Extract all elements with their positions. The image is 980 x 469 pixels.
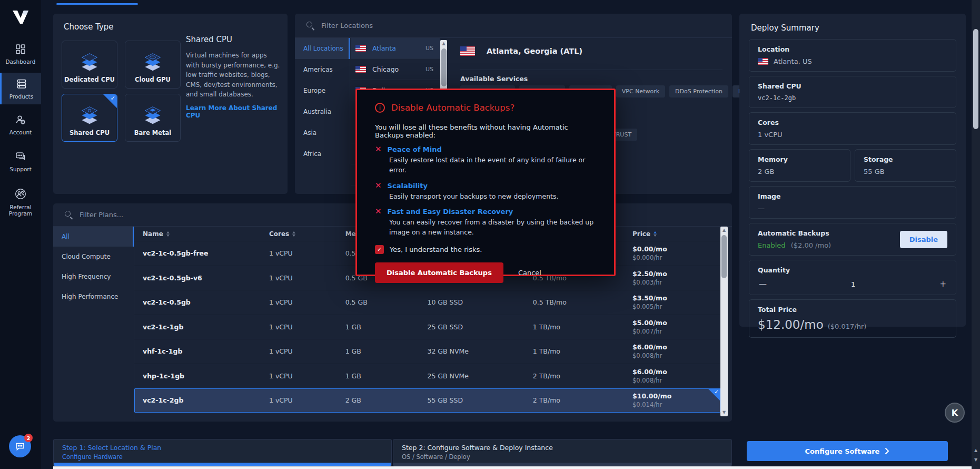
window-scrollbar[interactable]: ▲ ▼ [972, 0, 980, 469]
sidebar-item-dashboard[interactable]: Dashboard [0, 38, 41, 69]
confirm-disable-backups-button[interactable]: Disable Automatic Backups [375, 262, 503, 283]
plan-memory: 1 GB [345, 323, 428, 331]
configure-software-label: Configure Software [805, 447, 880, 455]
scroll-up-arrow-icon[interactable]: ▲ [440, 40, 447, 47]
deploy-summary-title: Deploy Summary [751, 23, 966, 33]
footer-step2[interactable]: Step 2: Configure Software & Deploy Inst… [393, 439, 732, 466]
quantity-increment-button[interactable]: + [939, 279, 946, 289]
region-tab-australia[interactable]: Australia [295, 101, 350, 122]
sidebar-item-account[interactable]: Account [0, 109, 41, 138]
country-code: US [425, 45, 433, 52]
dedicated-cpu-icon [78, 52, 101, 73]
column-header-price[interactable]: Price [632, 230, 720, 238]
configure-software-button[interactable]: Configure Software [747, 441, 948, 461]
plan-cores: 1 vCPU [269, 396, 345, 404]
bare-metal-icon [141, 105, 164, 126]
location-detail-title: Atlanta, Georgia (ATL) [487, 47, 582, 55]
summary-cores-card: Cores 1 vCPU [749, 112, 956, 145]
checkbox-checked-icon[interactable]: ✓ [375, 245, 384, 254]
sidebar-item-products[interactable]: Products [0, 73, 41, 104]
us-flag-icon [460, 46, 475, 56]
risk-acknowledge-checkbox-row[interactable]: ✓ Yes, I understand the risks. [375, 245, 596, 254]
region-tab-all-locations[interactable]: All Locations [295, 38, 350, 59]
info-icon: i [375, 103, 385, 113]
type-card-shared-cpu[interactable]: ✓ Shared CPU [62, 94, 117, 142]
plan-row-selected[interactable]: vc2-1c-2gb 1 vCPU 2 GB 55 GB SSD 2 TB/mo… [134, 388, 720, 413]
scrollbar-thumb[interactable] [973, 29, 978, 129]
search-icon [65, 211, 73, 219]
sidebar-item-referral-program[interactable]: Referral Program [0, 182, 41, 220]
quantity-decrement-button[interactable]: — [759, 279, 767, 289]
region-tab-africa[interactable]: Africa [295, 143, 350, 164]
sidebar-item-support[interactable]: Support [0, 145, 41, 175]
learn-more-link[interactable]: Learn More About Shared CPU [186, 104, 282, 119]
scroll-down-arrow-icon[interactable]: ▼ [972, 457, 980, 462]
summary-label: Shared CPU [758, 82, 947, 90]
plan-name: vhf-1c-1gb [134, 347, 269, 355]
type-card-label: Dedicated CPU [64, 76, 115, 83]
summary-quantity-card: Quantity — 1 + [749, 260, 956, 295]
total-price-value: $12.00/mo [758, 318, 824, 331]
plan-row[interactable]: vhf-1c-1gb 1 vCPU 1 GB 32 GB NVMe 1 TB/m… [134, 339, 720, 364]
help-widget-button[interactable]: K [945, 403, 965, 423]
scrollbar-thumb[interactable] [441, 48, 447, 86]
summary-plan-value: vc2-1c-2gb [758, 94, 947, 102]
selected-check-icon: ✓ [111, 95, 115, 102]
scroll-down-arrow-icon[interactable]: ▼ [720, 409, 728, 416]
column-header-cores[interactable]: Cores [269, 230, 345, 238]
plan-row[interactable]: vhp-1c-1gb 1 vCPU 1 GB 25 GB NVMe 2 TB/m… [134, 364, 720, 389]
plan-row[interactable]: vc2-1c-0.5gb 1 vCPU 0.5 GB 10 GB SSD 0.5… [134, 290, 720, 315]
plans-table-scrollbar[interactable]: ▲ ▼ [720, 227, 728, 416]
scroll-up-arrow-icon[interactable]: ▲ [720, 227, 728, 234]
benefit-description: Easily transport your backups to new dep… [389, 192, 596, 202]
step2-subtitle: OS / Software / Deploy [402, 453, 723, 461]
plan-category-high-frequency[interactable]: High Frequency [53, 267, 134, 287]
type-info-description: Virtual machines for apps with bursty pe… [186, 51, 282, 100]
benefit-description: Easily restore lost data in the event of… [389, 155, 596, 175]
location-detail-header: Atlanta, Georgia (ATL) [460, 46, 582, 56]
scroll-up-arrow-icon[interactable]: ▲ [972, 448, 980, 453]
sidebar-item-label: Account [9, 129, 32, 135]
location-filter-input[interactable] [321, 22, 479, 30]
footer-step1[interactable]: Step 1: Select Location & Plan Configure… [53, 439, 392, 466]
step2-title: Step 2: Configure Software & Deploy Inst… [402, 444, 723, 452]
plan-storage: 25 GB NVMe [427, 372, 532, 380]
x-icon: ✕ [375, 145, 382, 153]
backups-status: Enabled [758, 241, 786, 249]
city-row-chicago[interactable]: Chicago US [351, 59, 440, 80]
benefit-title: Peace of Mind [388, 145, 442, 153]
plan-name: vc2-1c-0.5gb-free [134, 249, 269, 257]
summary-label: Storage [864, 155, 947, 163]
plan-category-cloud-compute[interactable]: Cloud Compute [53, 247, 134, 267]
summary-cores-value: 1 vCPU [758, 131, 947, 139]
divider [460, 70, 722, 70]
plan-category-all[interactable]: All [53, 227, 134, 247]
sidebar: Dashboard Products Account Support Refer… [0, 0, 41, 469]
plan-category-high-performance[interactable]: High Performance [53, 287, 134, 307]
plan-bandwidth: 0.5 TB/mo [533, 298, 632, 306]
column-header-name[interactable]: Name [134, 230, 269, 238]
sidebar-item-label: Dashboard [6, 58, 36, 65]
plan-row[interactable]: vc2-1c-1gb 1 vCPU 1 GB 25 GB SSD 1 TB/mo… [134, 315, 720, 340]
type-card-cloud-gpu[interactable]: Cloud GPU [125, 41, 181, 89]
city-row-atlanta[interactable]: Atlanta US [351, 38, 440, 59]
summary-label: Location [758, 45, 947, 53]
type-card-bare-metal[interactable]: Bare Metal [125, 94, 181, 142]
plan-bandwidth: 1 TB/mo [533, 323, 632, 331]
location-search-row [295, 14, 732, 38]
cancel-button[interactable]: Cancel [518, 269, 541, 277]
summary-storage-value: 55 GB [864, 168, 947, 175]
plan-price: $3.50/mo$0.005/hr [632, 294, 720, 310]
type-card-dedicated-cpu[interactable]: Dedicated CPU [62, 41, 117, 89]
disable-backups-button[interactable]: Disable [900, 231, 947, 248]
region-tab-americas[interactable]: Americas [295, 59, 350, 80]
region-tab-asia[interactable]: Asia [295, 122, 350, 143]
scrollbar-thumb[interactable] [721, 235, 727, 278]
chat-fab-button[interactable]: 2 [9, 435, 31, 457]
summary-backups-card: Automatic Backups Enabled ($2.00 /mo) Di… [749, 223, 956, 256]
benefit-title: Scalability [388, 182, 428, 190]
region-tab-europe[interactable]: Europe [295, 80, 350, 101]
sidebar-item-label: Referral Program [4, 204, 37, 217]
choose-type-panel: Choose Type Dedicated CPU Cloud GPU ✓ Sh… [53, 14, 288, 194]
plan-filter-input[interactable] [80, 211, 237, 219]
